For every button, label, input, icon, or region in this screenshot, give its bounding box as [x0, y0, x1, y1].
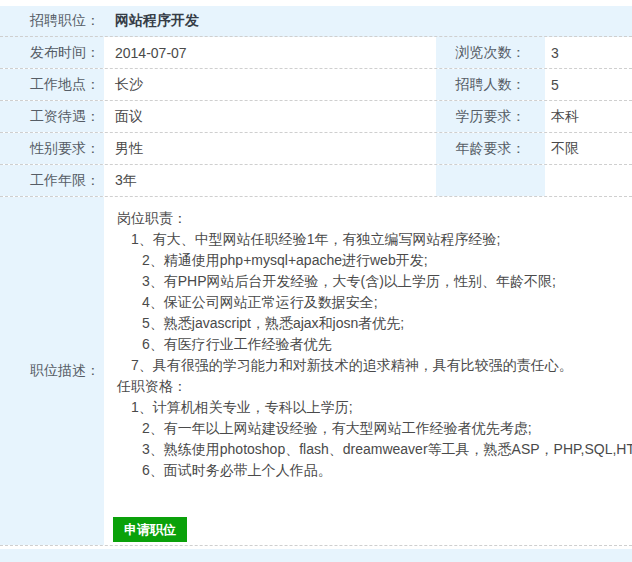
description-line: 1、计算机相关专业，专科以上学历;: [117, 397, 632, 418]
gender-label: 性别要求：: [0, 133, 104, 164]
job-detail-table: 招聘职位： 网站程序开发 发布时间： 2014-07-07 浏览次数： 3 工作…: [0, 6, 632, 562]
publish-date-label: 发布时间：: [0, 37, 104, 68]
info-row-publish-date: 发布时间： 2014-07-07 浏览次数： 3: [0, 37, 632, 69]
empty-value-cell: [545, 165, 632, 196]
description-line: 3、有PHP网站后台开发经验，大专(含)以上学历，性别、年龄不限;: [117, 271, 632, 292]
view-count-label: 浏览次数：: [436, 37, 545, 68]
age-value: 不限: [545, 133, 632, 164]
apply-button-wrap: 申请职位: [113, 517, 632, 542]
description-label: 职位描述：: [0, 197, 104, 545]
description-line: 2、精通使用php+mysql+apache进行web开发;: [117, 250, 632, 271]
apply-button[interactable]: 申请职位: [113, 517, 187, 542]
job-title-label: 招聘职位：: [0, 6, 104, 36]
info-row-gender: 性别要求： 男性 年龄要求： 不限: [0, 133, 632, 165]
age-label: 年龄要求：: [436, 133, 545, 164]
description-line: 3、熟练使用photoshop、flash、dreamweaver等工具，熟悉A…: [117, 439, 632, 460]
headcount-label: 招聘人数：: [436, 69, 545, 100]
description-line: 6、有医疗行业工作经验者优先: [117, 334, 632, 355]
location-label: 工作地点：: [0, 69, 104, 100]
description-line: 1、有大、中型网站任职经验1年，有独立编写网站程序经验;: [117, 229, 632, 250]
publish-date-value: 2014-07-07: [104, 37, 436, 68]
salary-label: 工资待遇：: [0, 101, 104, 132]
description-content: 岗位职责：1、有大、中型网站任职经验1年，有独立编写网站程序经验;2、精通使用p…: [104, 197, 632, 545]
experience-label: 工作年限：: [0, 165, 104, 196]
experience-value: 3年: [104, 165, 436, 196]
description-line: 6、面试时务必带上个人作品。: [117, 460, 632, 481]
education-label: 学历要求：: [436, 101, 545, 132]
salary-value: 面议: [104, 101, 436, 132]
info-row-location: 工作地点： 长沙 招聘人数： 5: [0, 69, 632, 101]
location-value: 长沙: [104, 69, 436, 100]
description-line: 岗位职责：: [117, 208, 632, 229]
info-row-experience: 工作年限： 3年: [0, 165, 632, 197]
next-row-strip: [0, 549, 632, 562]
job-title-row: 招聘职位： 网站程序开发: [0, 6, 632, 37]
info-row-salary: 工资待遇： 面议 学历要求： 本科: [0, 101, 632, 133]
gender-value: 男性: [104, 133, 436, 164]
education-value: 本科: [545, 101, 632, 132]
description-line: 7、具有很强的学习能力和对新技术的追求精神，具有比较强的责任心。: [117, 355, 632, 376]
description-line: 2、有一年以上网站建设经验，有大型网站工作经验者优先考虑;: [117, 418, 632, 439]
description-line: 任职资格：: [117, 376, 632, 397]
description-line: 4、保证公司网站正常运行及数据安全;: [117, 292, 632, 313]
description-line: 5、熟悉javascript，熟悉ajax和josn者优先;: [117, 313, 632, 334]
job-title-value: 网站程序开发: [104, 6, 632, 36]
empty-label-cell: [436, 165, 545, 196]
description-row: 职位描述： 岗位职责：1、有大、中型网站任职经验1年，有独立编写网站程序经验;2…: [0, 197, 632, 546]
view-count-value: 3: [545, 37, 632, 68]
description-lines: 岗位职责：1、有大、中型网站任职经验1年，有独立编写网站程序经验;2、精通使用p…: [104, 208, 632, 481]
headcount-value: 5: [545, 69, 632, 100]
